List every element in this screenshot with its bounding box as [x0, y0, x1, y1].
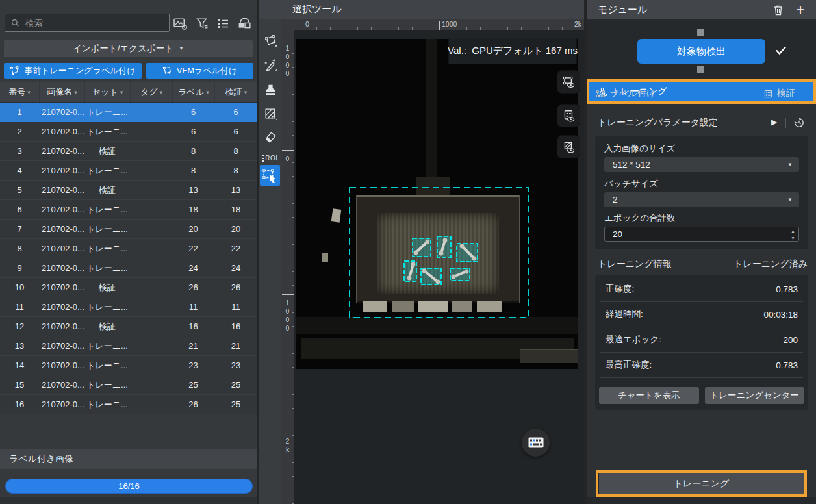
train-button-highlight: トレーニング	[596, 470, 807, 497]
training-params-box: 入力画像のサイズ 512 * 512 ▼ バッチサイズ 2 ▼ エポックの合計数…	[595, 136, 808, 249]
toggle-label-list-button[interactable]	[557, 104, 580, 127]
train-button[interactable]: トレーニング	[598, 473, 804, 494]
photo-detail	[331, 208, 342, 223]
box-eye-icon	[562, 75, 576, 89]
stamp-tool-button[interactable]	[261, 81, 279, 99]
delete-module-button[interactable]	[771, 3, 785, 17]
table-row[interactable]: 6 210702-0... トレーニ... 18 18	[0, 200, 257, 220]
labeling-icon	[596, 89, 606, 99]
filter-arrow-icon: ▾	[120, 89, 123, 95]
photo-structure	[296, 317, 578, 334]
object-detection-module-button[interactable]: 対象物検出	[637, 39, 765, 64]
import-export-button[interactable]: インポート/エクスポート ▼	[4, 40, 253, 57]
table-row[interactable]: 9 210702-0... トレーニ... 24 24	[0, 258, 257, 278]
spin-down-icon[interactable]: ▼	[787, 234, 798, 241]
training-info-title: トレーニング情報	[598, 258, 672, 270]
table-row[interactable]: 3 210702-0... 検証 8 8	[0, 142, 257, 161]
module-panel-header: モジュール +	[587, 0, 816, 19]
table-row[interactable]: 13 210702-0... トレーニ... 21 21	[0, 336, 257, 356]
photo-structure	[416, 177, 450, 195]
filter-arrow-icon: ▾	[244, 89, 248, 95]
training-info-header: トレーニング情報 トレーニング済み	[587, 257, 816, 272]
canvas-title-bar: 選択ツール	[281, 0, 584, 19]
chevron-down-icon: ▼	[787, 197, 793, 203]
epochs-input[interactable]	[605, 227, 787, 241]
pallet-blocks	[363, 301, 502, 312]
mask-tool-button[interactable]	[261, 105, 279, 123]
col-header-verify[interactable]: 検証▾	[214, 82, 257, 102]
history-icon	[793, 117, 805, 129]
table-row[interactable]: 4 210702-0... トレーニ... 8 8	[0, 161, 257, 181]
tab-labeling[interactable]: ラベル付け	[596, 84, 656, 103]
stats-list: 正確度: 0.783 経過時間: 00:03:18 最適エポック: 200 最高…	[595, 277, 808, 378]
validation-time-badge: Val.: GPUデフォルト 167 ms	[448, 38, 577, 64]
show-chart-button[interactable]: チャートを表示	[599, 387, 699, 404]
spinner-steppers[interactable]: ▲ ▼	[787, 227, 798, 241]
input-size-label: 入力画像のサイズ	[604, 143, 675, 155]
table-row[interactable]: 12 210702-0... 検証 16 16	[0, 317, 257, 336]
col-header-name[interactable]: 画像名▾	[39, 82, 84, 102]
table-row[interactable]: 11 210702-0... トレーニ... 11 11	[0, 297, 257, 317]
selection-tool-button[interactable]	[260, 165, 280, 186]
roi-tool-button[interactable]: ROI	[261, 149, 279, 167]
toggle-mask-visibility-button[interactable]	[557, 135, 580, 158]
table-row[interactable]: 5 210702-0... 検証 13 13	[0, 181, 257, 200]
col-header-no[interactable]: 番号▾	[0, 82, 39, 102]
epochs-spinner[interactable]: ▲ ▼	[604, 227, 799, 242]
image-settings-icon[interactable]	[172, 16, 189, 31]
filter-arrow-icon: ▾	[206, 89, 209, 95]
col-header-set[interactable]: セット▾	[84, 82, 130, 102]
table-row[interactable]: 7 210702-0... トレーニ... 20 20	[0, 220, 257, 239]
stat-row: 正確度: 0.783	[600, 277, 803, 302]
list-view-icon[interactable]	[214, 16, 232, 31]
spin-up-icon[interactable]: ▲	[787, 227, 798, 234]
filter-icon[interactable]	[193, 16, 210, 31]
image-compare-icon[interactable]	[236, 16, 253, 31]
vertical-ruler: 1000 0 1000 2k	[281, 30, 294, 504]
photo-detail	[322, 253, 328, 262]
add-module-button[interactable]: +	[793, 3, 808, 17]
expand-play-icon[interactable]: ▶	[771, 118, 777, 127]
vfm-labeling-button[interactable]: VFMラベル付け	[146, 63, 253, 79]
bin-photo[interactable]	[296, 39, 578, 369]
module-tabs: ラベル付け トレーニング 検証	[587, 79, 816, 107]
training-params-header: トレーニングパラメータ設定 ▶	[587, 114, 816, 131]
table-header: 番号▾ 画像名▾ セット▾ タグ▾ ラベル▾ 検証▾	[0, 82, 257, 103]
training-center-button[interactable]: トレーニングセンター	[705, 387, 805, 404]
tab-validation[interactable]: 検証	[763, 84, 795, 103]
polygon-tool-button[interactable]	[261, 32, 279, 50]
input-size-dropdown[interactable]: 512 * 512 ▼	[604, 157, 799, 172]
col-header-tag[interactable]: タグ▾	[130, 82, 172, 102]
search-box[interactable]	[5, 14, 170, 32]
left-footer-strip	[0, 497, 257, 504]
active-tool-title: 選択ツール	[292, 3, 342, 16]
search-input[interactable]	[24, 18, 163, 29]
chevron-down-icon: ▼	[179, 46, 184, 51]
list-toolbar	[172, 16, 253, 31]
table-row[interactable]: 1 210702-0... トレーニ... 6 6	[0, 103, 257, 122]
check-icon	[775, 45, 787, 55]
training-info-box: 正確度: 0.783 経過時間: 00:03:18 最適エポック: 200 最高…	[595, 275, 808, 410]
epochs-label: エポックの合計数	[604, 212, 676, 224]
pipeline-connector	[697, 29, 704, 36]
keyboard-icon	[528, 437, 544, 448]
batch-size-dropdown[interactable]: 2 ▼	[604, 192, 799, 207]
batch-size-label: バッチサイズ	[604, 178, 658, 190]
table-row[interactable]: 2 210702-0... トレーニ... 6 6	[0, 122, 257, 142]
table-row[interactable]: 14 210702-0... トレーニ... 23 23	[0, 356, 257, 375]
restore-defaults-button[interactable]	[793, 117, 805, 129]
labeled-images-header: ラベル付き画像	[0, 449, 257, 469]
col-header-label[interactable]: ラベル▾	[172, 82, 214, 102]
table-row[interactable]: 10 210702-0... 検証 26 26	[0, 278, 257, 297]
training-status-badge: トレーニング済み	[733, 258, 808, 270]
table-row[interactable]: 15 210702-0... トレーニ... 25 25	[0, 375, 257, 395]
table-row[interactable]: 16 210702-0... トレーニ... 26 25	[0, 395, 257, 414]
labeled-progress-bar: 16/16	[5, 479, 253, 494]
validation-icon	[763, 89, 773, 99]
eraser-tool-button[interactable]	[261, 127, 279, 145]
smart-edit-tool-button[interactable]	[261, 56, 279, 74]
table-row[interactable]: 8 210702-0... トレーニ... 22 22	[0, 239, 257, 258]
toggle-boxes-visibility-button[interactable]	[557, 70, 580, 94]
virtual-keyboard-button[interactable]	[522, 429, 550, 457]
pretrain-labeling-button[interactable]: 事前トレーニングラベル付け	[4, 63, 142, 79]
